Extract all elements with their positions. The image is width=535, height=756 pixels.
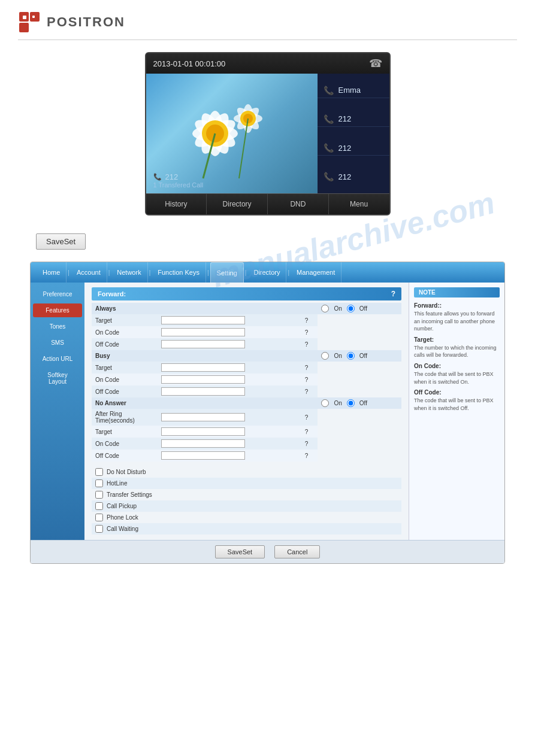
nav-sep-1: | — [67, 269, 71, 276]
dnd-label: Do Not Disturb — [107, 469, 146, 475]
phonelock-checkbox[interactable] — [95, 514, 103, 521]
noanswer-radio-off[interactable] — [347, 399, 355, 407]
contact-item-212-1: 📞 212 — [318, 112, 389, 127]
dnd-checkbox[interactable] — [95, 468, 103, 476]
busy-radio-off[interactable] — [347, 352, 355, 360]
always-radio: On Off — [321, 305, 398, 312]
forward-help-icon[interactable]: ? — [391, 290, 395, 298]
busy-offcode-help[interactable]: ? — [301, 385, 318, 397]
webui-sidebar: Preference Features Tones SMS Action URL… — [31, 283, 84, 540]
nav-home[interactable]: Home — [37, 262, 67, 283]
busy-target-input[interactable] — [161, 363, 245, 372]
always-radio-on[interactable] — [321, 305, 329, 312]
nav-function-keys[interactable]: Function Keys — [152, 262, 206, 283]
sidebar-sms[interactable]: SMS — [33, 336, 82, 350]
phone-softkeys: History Directory DND Menu — [146, 193, 389, 214]
always-oncode-help[interactable]: ? — [301, 326, 318, 338]
webui-saveset-button[interactable]: SaveSet — [215, 545, 265, 558]
positron-logo-icon — [18, 11, 41, 34]
softkey-history[interactable]: History — [146, 194, 207, 214]
phone-contacts-panel: 📞 Emma 📞 212 📞 212 📞 212 — [318, 74, 389, 193]
busy-target-cell — [158, 362, 301, 374]
callwaiting-checkbox[interactable] — [95, 525, 103, 533]
nav-account[interactable]: Account — [71, 262, 107, 283]
webui-panel: Home | Account | Network | Function Keys… — [30, 262, 505, 564]
callpickup-checkbox[interactable] — [95, 502, 103, 510]
noanswer-oncode-input[interactable] — [161, 439, 245, 448]
checkbox-callpickup: Call Pickup — [92, 500, 401, 512]
phone-call-label: 1 Transfered Call — [153, 181, 310, 189]
softkey-directory[interactable]: Directory — [207, 194, 268, 214]
always-radio-off[interactable] — [347, 305, 355, 312]
sidebar-preference[interactable]: Preference — [33, 287, 82, 301]
always-target-help[interactable]: ? — [301, 314, 318, 326]
sidebar-action-url[interactable]: Action URL — [33, 352, 82, 366]
softkey-menu[interactable]: Menu — [329, 194, 389, 214]
always-offcode-help[interactable]: ? — [301, 338, 318, 350]
phone-body: 📞 212 1 Transfered Call 📞 Emma 📞 212 📞 — [146, 74, 389, 193]
webui-nav: Home | Account | Network | Function Keys… — [31, 262, 504, 283]
checkbox-callwaiting: Call Waiting — [92, 523, 401, 535]
contact-item-212-2: 📞 212 — [318, 141, 389, 156]
always-offcode-cell — [158, 338, 301, 350]
svg-rect-4 — [32, 16, 35, 18]
noanswer-offcode-cell — [158, 450, 301, 462]
noanswer-oncode-help[interactable]: ? — [301, 438, 318, 450]
nav-directory[interactable]: Directory — [247, 262, 286, 283]
always-oncode-label: On Code — [92, 326, 158, 338]
always-oncode-input[interactable] — [161, 328, 245, 336]
always-target-input[interactable] — [161, 316, 245, 324]
always-offcode-input[interactable] — [161, 340, 245, 348]
transfer-checkbox[interactable] — [95, 491, 103, 499]
contact-name-emma: Emma — [338, 86, 361, 95]
hotline-checkbox[interactable] — [95, 479, 103, 487]
callwaiting-label: Call Waiting — [107, 526, 138, 532]
webui-footer: SaveSet Cancel — [31, 540, 504, 563]
noanswer-target-input[interactable] — [161, 427, 245, 436]
contact-phone-icon-1: 📞 — [324, 114, 334, 124]
group-noanswer: No Answer — [92, 397, 318, 409]
nav-network[interactable]: Network — [111, 262, 147, 283]
contact-num-1: 212 — [338, 114, 352, 123]
noanswer-target-label: Target — [92, 426, 158, 438]
header-divider — [18, 40, 517, 40]
noanswer-offcode-help[interactable]: ? — [301, 450, 318, 462]
noanswer-radio-on[interactable] — [321, 399, 329, 407]
phone-call-icon: ☎ — [369, 57, 382, 70]
busy-offcode-input[interactable] — [161, 387, 245, 396]
checkbox-phonelock: Phone Lock — [92, 512, 401, 523]
nav-sep-3: | — [148, 269, 152, 276]
noanswer-ringtime-help[interactable]: ? — [301, 409, 318, 426]
webui-cancel-button[interactable]: Cancel — [274, 545, 320, 558]
forward-section-header: Forward: ? — [92, 287, 401, 300]
busy-target-help[interactable]: ? — [301, 362, 318, 374]
note-def-offcode: The code that will be sent to PBX when i… — [414, 397, 500, 412]
webui-body: Preference Features Tones SMS Action URL… — [31, 283, 504, 540]
busy-offcode-label: Off Code — [92, 385, 158, 397]
sidebar-features[interactable]: Features — [33, 303, 82, 317]
nav-setting[interactable]: Setting — [210, 262, 244, 283]
phone-call-info: 📞 212 1 Transfered Call — [153, 172, 310, 189]
sidebar-softkey-layout[interactable]: Softkey Layout — [33, 368, 82, 388]
sidebar-tones[interactable]: Tones — [33, 320, 82, 333]
webui-main-content: Forward: ? Always On Off — [84, 283, 409, 540]
busy-oncode-input[interactable] — [161, 375, 245, 384]
noanswer-ringtime-input[interactable] — [161, 413, 245, 421]
saveset-button[interactable]: SaveSet — [36, 233, 86, 250]
softkey-dnd[interactable]: DND — [268, 194, 329, 214]
nav-management[interactable]: Management — [291, 262, 341, 283]
nav-sep-6: | — [286, 269, 291, 276]
busy-radio-on[interactable] — [321, 352, 329, 360]
group-always: Always — [92, 303, 318, 314]
noanswer-offcode-input[interactable] — [161, 451, 245, 460]
svg-rect-3 — [23, 16, 26, 19]
nav-sep-5: | — [244, 269, 248, 276]
busy-oncode-cell — [158, 374, 301, 385]
checkbox-transfer: Transfer Settings — [92, 489, 401, 500]
noanswer-oncode-label: On Code — [92, 438, 158, 450]
busy-offcode-cell — [158, 385, 301, 397]
forward-table: Always On Off Target ? — [92, 303, 401, 462]
busy-oncode-help[interactable]: ? — [301, 374, 318, 385]
always-offcode-label: Off Code — [92, 338, 158, 350]
noanswer-target-help[interactable]: ? — [301, 426, 318, 438]
